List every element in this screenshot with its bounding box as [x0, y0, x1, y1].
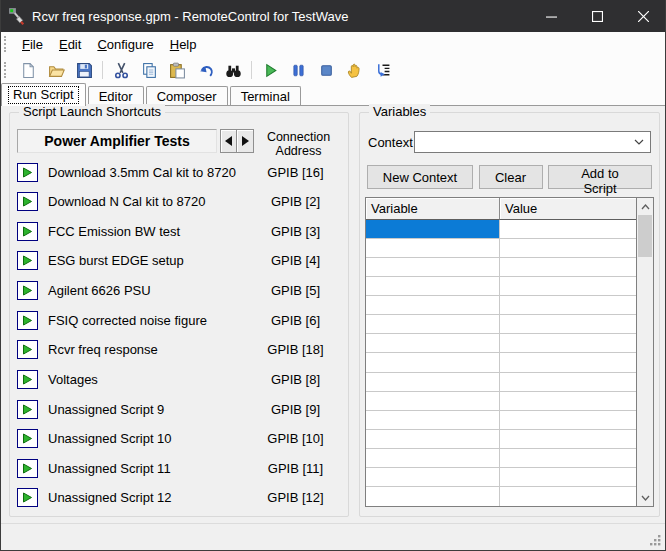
column-header-value[interactable]: Value: [500, 198, 636, 220]
window-controls: [528, 0, 666, 32]
cell-value[interactable]: [500, 468, 636, 487]
chevron-down-icon: [641, 495, 650, 501]
run-shortcut-button[interactable]: [17, 340, 38, 359]
next-bank-button[interactable]: [237, 129, 254, 153]
scrollbar-thumb[interactable]: [638, 215, 652, 257]
prev-bank-button[interactable]: [220, 129, 237, 153]
menu-configure[interactable]: Configure: [89, 34, 161, 55]
cell-variable[interactable]: [366, 392, 500, 411]
find-button[interactable]: [220, 58, 246, 82]
cell-variable[interactable]: [366, 277, 500, 296]
cell-variable[interactable]: [366, 353, 500, 372]
pause-button[interactable]: [285, 58, 311, 82]
cell-variable[interactable]: [366, 468, 500, 487]
cell-value[interactable]: [500, 296, 636, 315]
shortcut-label: Unassigned Script 12: [48, 490, 248, 505]
tab-run-script[interactable]: Run Script: [1, 83, 86, 106]
run-shortcut-button[interactable]: [17, 281, 38, 300]
cell-value[interactable]: [500, 220, 636, 239]
cell-value[interactable]: [500, 315, 636, 334]
cell-value[interactable]: [500, 239, 636, 258]
run-shortcut-button[interactable]: [17, 400, 38, 419]
arrow-left-icon: [224, 136, 233, 146]
cell-variable[interactable]: [366, 220, 500, 239]
cell-value[interactable]: [500, 392, 636, 411]
cell-value[interactable]: [500, 353, 636, 372]
scroll-up-button[interactable]: [637, 198, 653, 215]
cell-value[interactable]: [500, 334, 636, 353]
save-button[interactable]: [71, 58, 97, 82]
clear-button[interactable]: Clear: [479, 165, 543, 189]
menu-help[interactable]: Help: [162, 34, 205, 55]
copy-button[interactable]: [136, 58, 162, 82]
run-play-icon: [262, 62, 279, 79]
paste-button[interactable]: [164, 58, 190, 82]
goto-line-button[interactable]: [369, 58, 395, 82]
scroll-down-button[interactable]: [637, 489, 653, 506]
tab-terminal[interactable]: Terminal: [230, 86, 301, 105]
new-button[interactable]: [15, 58, 41, 82]
menubar-grip[interactable]: [4, 36, 10, 52]
cell-value[interactable]: [500, 487, 636, 506]
close-button[interactable]: [620, 0, 666, 32]
new-context-button[interactable]: New Context: [367, 165, 473, 189]
run-shortcut-button[interactable]: [17, 311, 38, 330]
run-shortcut-button[interactable]: [17, 370, 38, 389]
open-button[interactable]: [43, 58, 69, 82]
toolbar-grip[interactable]: [4, 62, 10, 78]
open-folder-icon: [48, 62, 65, 79]
cell-variable[interactable]: [366, 487, 500, 506]
undo-button[interactable]: [192, 58, 218, 82]
cell-variable[interactable]: [366, 239, 500, 258]
cell-value[interactable]: [500, 258, 636, 277]
cell-variable[interactable]: [366, 258, 500, 277]
resize-grip[interactable]: [649, 534, 662, 547]
scrollbar-track[interactable]: [637, 215, 653, 489]
run-button[interactable]: [257, 58, 283, 82]
stop-button[interactable]: [313, 58, 339, 82]
shortcut-list: Download 3.5mm Cal kit to 8720 GPIB [16]…: [17, 159, 343, 511]
cut-button[interactable]: [108, 58, 134, 82]
cell-value[interactable]: [500, 430, 636, 449]
menu-edit[interactable]: Edit: [51, 34, 89, 55]
column-header-variable[interactable]: Variable: [366, 198, 500, 220]
run-shortcut-button[interactable]: [17, 459, 38, 478]
tab-composer[interactable]: Composer: [146, 86, 228, 105]
shortcut-label: Voltages: [48, 372, 248, 387]
chevron-down-icon: [634, 139, 644, 145]
cell-value[interactable]: [500, 277, 636, 296]
tab-editor[interactable]: Editor: [88, 86, 144, 105]
window-title: Rcvr freq response.gpm - RemoteControl f…: [32, 9, 348, 24]
maximize-button[interactable]: [574, 0, 620, 32]
cell-variable[interactable]: [366, 449, 500, 468]
run-shortcut-button[interactable]: [17, 222, 38, 241]
shortcut-row: FCC Emission BW test GPIB [3]: [17, 218, 343, 244]
run-shortcut-button[interactable]: [17, 429, 38, 448]
cell-variable[interactable]: [366, 430, 500, 449]
cell-variable[interactable]: [366, 296, 500, 315]
bank-title: Power Amplifier Tests: [17, 129, 217, 153]
add-to-script-button[interactable]: Add to Script: [548, 165, 652, 189]
run-shortcut-button[interactable]: [17, 251, 38, 270]
shortcut-row: Unassigned Script 12 GPIB [12]: [17, 485, 343, 511]
shortcut-address: GPIB [18]: [248, 342, 343, 357]
table-header: Variable Value: [366, 198, 636, 220]
cell-value[interactable]: [500, 449, 636, 468]
minimize-button[interactable]: [528, 0, 574, 32]
shortcut-address: GPIB [10]: [248, 431, 343, 446]
menu-file[interactable]: File: [14, 34, 51, 55]
cell-value[interactable]: [500, 411, 636, 430]
shortcut-address: GPIB [9]: [248, 402, 343, 417]
run-shortcut-button[interactable]: [17, 192, 38, 211]
vertical-scrollbar[interactable]: [636, 198, 653, 506]
run-shortcut-button[interactable]: [17, 488, 38, 507]
run-shortcut-button[interactable]: [17, 163, 38, 182]
table-row: [366, 239, 636, 258]
break-button[interactable]: [341, 58, 367, 82]
cell-value[interactable]: [500, 373, 636, 392]
context-combobox[interactable]: [414, 131, 651, 153]
cell-variable[interactable]: [366, 315, 500, 334]
cell-variable[interactable]: [366, 373, 500, 392]
cell-variable[interactable]: [366, 334, 500, 353]
cell-variable[interactable]: [366, 411, 500, 430]
